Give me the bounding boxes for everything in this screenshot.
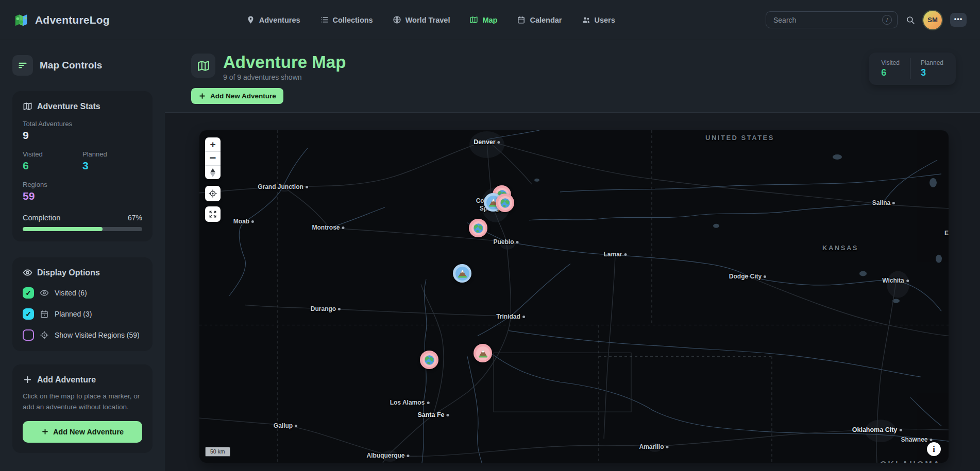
globe-emoji: [473, 223, 484, 234]
search-box: /: [766, 11, 898, 28]
display-options-card: Display Options ✓ Visited (6) ✓ Planned …: [12, 257, 153, 351]
nav-item-map[interactable]: Map: [469, 15, 497, 24]
map-container[interactable]: DenverUNITED STATESGrand JunctionSalinaM…: [199, 130, 949, 463]
mountain-emoji: [457, 268, 468, 279]
toggle-visited-regions[interactable]: ✓ Show Visited Regions (59): [23, 329, 142, 341]
zoom-out-button[interactable]: −: [205, 151, 221, 165]
display-options-title: Display Options: [37, 268, 100, 277]
list-icon: [320, 15, 329, 24]
geolocate-button[interactable]: [205, 186, 221, 201]
nav-item-world-travel[interactable]: World Travel: [393, 15, 450, 24]
nav-item-users[interactable]: Users: [582, 15, 615, 24]
total-adventures-value: 9: [23, 129, 142, 142]
search-input[interactable]: [773, 16, 882, 24]
planned-label: Planned: [921, 59, 943, 66]
add-new-adventure-button[interactable]: Add New Adventure: [191, 88, 283, 104]
avatar[interactable]: SM: [923, 11, 942, 29]
top-navbar: AdventureLog Adventures Collections Worl…: [0, 0, 980, 40]
map-icon: [23, 101, 32, 111]
zoom-in-button[interactable]: +: [205, 137, 221, 151]
regions-value: 59: [23, 190, 142, 202]
adventure-marker-globe[interactable]: [469, 219, 487, 237]
fullscreen-button[interactable]: [205, 206, 221, 222]
nav-item-calendar[interactable]: Calendar: [517, 15, 562, 24]
geolocate-icon: [208, 189, 217, 198]
eye-icon: [23, 268, 32, 277]
regions-label: Regions: [23, 181, 142, 188]
attribution-info-button[interactable]: i: [927, 442, 941, 456]
add-adventure-title: Add Adventure: [37, 375, 96, 385]
completion-percent: 67%: [128, 214, 142, 222]
compass-button[interactable]: [205, 165, 221, 179]
map-scale-bar: 50 km: [205, 447, 230, 457]
visited-value: 6: [23, 160, 82, 172]
map-icon: [469, 15, 478, 24]
add-new-adventure-button[interactable]: Add New Adventure: [23, 421, 142, 443]
calendar-icon: [517, 15, 526, 24]
adventure-marker-globe[interactable]: [496, 194, 514, 212]
completion-progress-bar: [23, 227, 142, 231]
plus-icon: [41, 428, 49, 435]
app-title: AdventureLog: [35, 14, 110, 26]
nav-item-collections[interactable]: Collections: [320, 15, 373, 24]
mountain-icon: [476, 346, 490, 360]
adventure-marker-globe[interactable]: [420, 351, 438, 369]
map-controls-sidebar: Map Controls Adventure Stats Total Adven…: [0, 40, 165, 471]
total-adventures-label: Total Adventures: [23, 120, 142, 128]
regions-option-label: Show Visited Regions (59): [55, 331, 140, 339]
add-adventure-card: Add Adventure Click on the map to place …: [12, 364, 153, 453]
brand[interactable]: AdventureLog: [13, 12, 110, 28]
stats-card-title: Adventure Stats: [37, 102, 100, 111]
globe-icon: [498, 196, 512, 210]
visited-count: 6: [881, 67, 900, 78]
toggle-visited[interactable]: ✓ Visited (6): [23, 287, 142, 299]
globe-icon: [423, 353, 436, 367]
main-nav: Adventures Collections World Travel Map …: [246, 15, 615, 24]
search-icon[interactable]: [906, 15, 915, 25]
adventure-marker-mountain[interactable]: [474, 344, 492, 362]
planned-label: Planned: [82, 150, 142, 158]
visited-checkbox[interactable]: ✓: [23, 287, 34, 299]
regions-checkbox[interactable]: ✓: [23, 329, 34, 341]
map-canvas[interactable]: [199, 130, 949, 463]
visited-label: Visited: [881, 59, 900, 66]
planned-option-label: Planned (3): [55, 310, 92, 318]
page-subtitle: 9 of 9 adventures shown: [223, 73, 346, 81]
zoom-control-group: + −: [205, 137, 221, 179]
filter-icon: [18, 60, 28, 71]
fullscreen-icon: [208, 210, 217, 219]
app-logo-icon: [13, 12, 29, 28]
globe-icon: [393, 15, 401, 24]
sidebar-title: Map Controls: [40, 60, 102, 71]
target-icon: [40, 330, 49, 340]
filter-icon-button[interactable]: [12, 55, 33, 76]
plus-icon: [23, 375, 32, 385]
globe-icon: [471, 221, 485, 235]
add-adventure-description: Click on the map to place a marker, or a…: [23, 391, 142, 413]
mountain-icon: [455, 267, 469, 281]
plus-icon: [198, 92, 206, 100]
mountain-emoji: [478, 348, 488, 359]
calendar-icon: [40, 309, 49, 319]
globe-emoji: [424, 355, 435, 365]
adventure-marker-mountain[interactable]: [453, 264, 471, 283]
nav-item-adventures[interactable]: Adventures: [246, 15, 300, 24]
main-content: Adventure Map 9 of 9 adventures shown Ad…: [165, 40, 980, 471]
overflow-menu-button[interactable]: •••: [950, 13, 967, 27]
search-shortcut-badge: /: [882, 15, 892, 25]
planned-value: 3: [82, 160, 142, 172]
compass-south-icon: [210, 173, 215, 177]
visited-label: Visited: [23, 150, 82, 158]
compass-north-icon: [210, 168, 215, 172]
adventure-stats-card: Adventure Stats Total Adventures 9 Visit…: [12, 91, 153, 241]
map-stats-summary: Visited 6 Planned 3: [869, 53, 956, 85]
page-map-icon: [191, 54, 215, 78]
planned-checkbox[interactable]: ✓: [23, 308, 34, 320]
users-icon: [582, 15, 590, 24]
completion-label: Completion: [23, 214, 60, 222]
toggle-planned[interactable]: ✓ Planned (3): [23, 308, 142, 320]
planned-count: 3: [921, 67, 943, 78]
map-section: DenverUNITED STATESGrand JunctionSalinaM…: [165, 112, 980, 471]
visited-option-label: Visited (6): [55, 289, 87, 297]
location-pin-icon: [246, 15, 255, 24]
